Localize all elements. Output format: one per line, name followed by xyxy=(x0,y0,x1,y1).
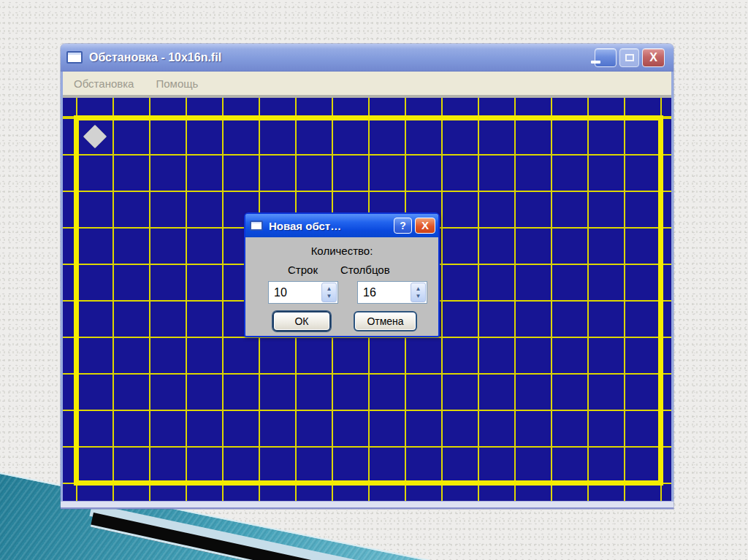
spin-down-icon[interactable]: ▼ xyxy=(416,293,421,299)
columns-input[interactable] xyxy=(358,282,410,303)
rows-label: Строк xyxy=(288,264,318,276)
close-icon: X xyxy=(649,52,657,64)
dialog-body: Количество: Строк Столбцов ▲ ▼ ▲ ▼ ОК От… xyxy=(245,237,438,336)
spin-up-icon[interactable]: ▲ xyxy=(327,285,332,292)
window-bottom-frame xyxy=(61,501,673,509)
window-controls: X xyxy=(595,48,665,67)
rows-spinner[interactable]: ▲ ▼ xyxy=(321,283,337,302)
cancel-button[interactable]: Отмена xyxy=(354,311,417,331)
dialog-close-button[interactable]: X xyxy=(415,218,435,234)
columns-spinbox: ▲ ▼ xyxy=(357,281,427,304)
dialog-help-button[interactable]: ? xyxy=(394,218,412,234)
quantity-label: Количество: xyxy=(245,245,438,257)
menu-item-obstanovka[interactable]: Обстановка xyxy=(69,74,138,93)
slide-background: Обстановка - 10x16n.fil X Обстановка Пом… xyxy=(0,0,748,560)
menu-item-help[interactable]: Помощь xyxy=(151,74,202,93)
spin-up-icon[interactable]: ▲ xyxy=(416,285,421,292)
minimize-icon xyxy=(591,61,600,64)
title-bar[interactable]: Обстановка - 10x16n.fil X xyxy=(61,44,673,72)
menu-bar: Обстановка Помощь xyxy=(63,72,671,98)
ok-button[interactable]: ОК xyxy=(272,311,331,331)
dialog-window-icon xyxy=(250,220,263,231)
maximize-icon xyxy=(625,54,634,61)
new-environment-dialog: Новая обст… ? X Количество: Строк Столбц… xyxy=(244,212,440,337)
maximize-button[interactable] xyxy=(619,48,639,67)
window-icon xyxy=(66,51,83,64)
columns-spinner[interactable]: ▲ ▼ xyxy=(411,283,426,302)
close-button[interactable]: X xyxy=(642,48,665,67)
minimize-button[interactable] xyxy=(595,48,617,67)
rows-spinbox: ▲ ▼ xyxy=(268,281,338,304)
help-icon: ? xyxy=(400,220,406,231)
window-title: Обстановка - 10x16n.fil xyxy=(89,51,595,64)
rows-input[interactable] xyxy=(269,282,321,303)
dialog-title-bar[interactable]: Новая обст… ? X xyxy=(245,214,438,237)
spin-down-icon[interactable]: ▼ xyxy=(327,293,332,299)
columns-label: Столбцов xyxy=(340,264,390,276)
dialog-title: Новая обст… xyxy=(269,220,391,232)
close-icon: X xyxy=(421,219,429,231)
